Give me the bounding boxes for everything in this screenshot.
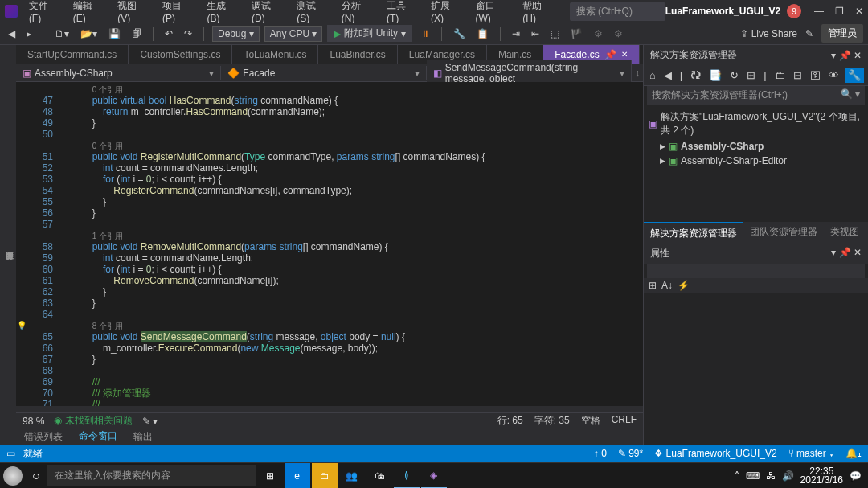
vs-icon[interactable]: ◈ (421, 463, 447, 489)
preview-icon[interactable]: 👁 (826, 68, 841, 83)
notification-badge[interactable]: 9 (787, 4, 801, 18)
tool-icon[interactable]: ⚙ (591, 27, 606, 41)
tray-chevron-icon[interactable]: ˄ (735, 470, 739, 482)
tab-command[interactable]: 命令窗口 (74, 428, 122, 445)
sync-icon[interactable]: 🗘 (688, 68, 703, 83)
tab-solution[interactable]: 解决方案资源管理器 (644, 222, 743, 244)
lint-dropdown[interactable]: ✎ ▾ (142, 416, 158, 427)
refresh-icon[interactable]: ↻ (727, 68, 741, 83)
feedback-icon[interactable]: ✎ (805, 28, 813, 39)
back-icon[interactable]: ◀ (5, 27, 18, 41)
spaces-indicator[interactable]: 空格 (581, 414, 600, 428)
dropdown-icon[interactable]: ▾ (831, 50, 836, 61)
live-share-button[interactable]: ⇪ Live Share (740, 28, 797, 39)
step-icon[interactable]: ⬚ (547, 27, 563, 41)
tool-icon[interactable]: 📑 (706, 68, 724, 83)
tool-icon[interactable]: 📋 (473, 27, 492, 41)
edge-icon[interactable]: e (285, 463, 310, 489)
system-tray[interactable]: ˄ ⌨ 🖧 🔊 22:35 2021/3/16 💬 (735, 467, 868, 485)
tool-icon[interactable]: ⊞ (744, 68, 758, 83)
bookmark-icon[interactable]: 🏴 (567, 27, 586, 41)
network-icon[interactable]: 🖧 (766, 470, 776, 482)
solution-explorer-title: 解决方案资源管理器 ▾ 📌 ✕ (644, 45, 868, 65)
collapse-icon[interactable]: ⊟ (791, 68, 805, 83)
save-icon[interactable]: 💾 (105, 27, 124, 41)
step-icon[interactable]: ⇤ (528, 27, 542, 41)
forward-icon[interactable]: ▸ (23, 27, 35, 41)
close-icon[interactable]: ✕ (855, 6, 863, 17)
document-tab[interactable]: CustomSettings.cs (129, 45, 232, 64)
dropdown-icon[interactable]: ▾ (831, 247, 836, 258)
ime-icon[interactable]: ⌨ (746, 470, 760, 482)
volume-icon[interactable]: 🔊 (782, 470, 794, 482)
step-icon[interactable]: ⇥ (509, 27, 523, 41)
categorize-icon[interactable]: ⊞ (649, 280, 657, 291)
notifications-icon[interactable]: 💬 (850, 470, 862, 482)
pin-icon[interactable]: 📌 (839, 50, 851, 61)
notifications-icon[interactable]: 🔔₁ (845, 448, 862, 459)
undo-icon[interactable]: ↶ (162, 27, 176, 41)
document-tab[interactable]: StartUpCommand.cs (16, 45, 129, 64)
contacts-icon[interactable]: 👥 (339, 463, 365, 489)
close-icon[interactable]: ✕ (854, 50, 862, 61)
solution-tree[interactable]: ▣解决方案"LuaFramework_UGUI_V2"(2 个项目, 共 2 个… (644, 105, 868, 222)
project-item[interactable]: ▶▣Assembly-CSharp (645, 139, 866, 154)
document-tab[interactable]: ToLuaMenu.cs (232, 45, 318, 64)
editor-area: StartUpCommand.csCustomSettings.csToLuaM… (16, 45, 643, 445)
solution-search[interactable]: 搜索解决方案资源管理器(Ctrl+;) 🔍 ▾ (647, 86, 865, 105)
global-search[interactable]: 搜索 (Ctrl+Q) (570, 2, 665, 21)
tab-output[interactable]: 输出 (129, 429, 158, 445)
properties-panel: 属性 ▾ 📌 ✕ ⊞ A↓ ⚡ (644, 244, 868, 445)
back-icon[interactable]: ◀ (661, 68, 674, 83)
solution-root[interactable]: ▣解决方案"LuaFramework_UGUI_V2"(2 个项目, 共 2 个… (645, 109, 866, 139)
splitter[interactable] (16, 406, 643, 412)
new-icon[interactable]: 🗋▾ (51, 27, 72, 41)
git-branch[interactable]: ⑂ master ▾ (788, 448, 834, 459)
encoding-indicator[interactable]: CRLF (612, 414, 637, 428)
store-icon[interactable]: 🛍 (366, 463, 392, 489)
output-icon[interactable]: ▭ (6, 448, 15, 459)
git-repo[interactable]: ❖ LuaFramework_UGUI_V2 (654, 448, 776, 459)
vscode-icon[interactable]: ≬ (394, 463, 420, 489)
explorer-icon[interactable]: 🗀 (312, 463, 338, 489)
task-view-icon[interactable]: ⊞ (257, 463, 283, 489)
code-editor[interactable]: 💡 47484950515253545556575859606162636465… (16, 82, 643, 406)
redo-icon[interactable]: ↷ (181, 27, 195, 41)
minimize-icon[interactable]: — (814, 6, 824, 17)
zoom-level[interactable]: 98 % (23, 416, 44, 427)
tool-icon[interactable]: 🔧 (450, 27, 469, 41)
right-panel-tabs: 解决方案资源管理器 团队资源管理器 类视图 (644, 222, 868, 244)
pause-icon[interactable]: ⏸ (417, 27, 433, 41)
config-dropdown[interactable]: Debug ▾ (212, 26, 260, 42)
clock-date[interactable]: 2021/3/16 (800, 476, 843, 485)
git-changes[interactable]: ✎ 99* (618, 448, 643, 459)
run-button[interactable]: ▶附加到 Unity ▾ (327, 25, 412, 42)
search-icon[interactable]: ○ (32, 469, 40, 483)
show-all-icon[interactable]: 🗀 (772, 68, 788, 83)
project-item[interactable]: ▶▣Assembly-CSharp-Editor (645, 154, 866, 168)
git-arrows[interactable]: ↑ 0 (594, 448, 607, 459)
tool-icon[interactable]: ⚙ (611, 27, 626, 41)
tab-class[interactable]: 类视图 (824, 222, 866, 244)
tab-team[interactable]: 团队资源管理器 (743, 222, 824, 244)
document-tab[interactable]: LuaBinder.cs (318, 45, 397, 64)
issues-icon[interactable]: ◉ 未找到相关问题 (54, 414, 132, 428)
start-button[interactable] (3, 466, 23, 486)
maximize-icon[interactable]: ❐ (835, 6, 844, 17)
properties-icon[interactable]: ⚿ (808, 68, 823, 83)
class-dropdown[interactable]: 🔶Facade▾ (221, 66, 426, 80)
open-icon[interactable]: 📂▾ (77, 27, 100, 41)
assembly-dropdown[interactable]: ▣Assembly-CSharp▾ (16, 66, 221, 80)
platform-dropdown[interactable]: Any CPU ▾ (264, 26, 323, 42)
sort-icon[interactable]: A↓ (661, 280, 673, 291)
split-icon[interactable]: ↕ (632, 68, 643, 79)
wrench-icon[interactable]: 🔧 (845, 68, 864, 83)
tab-errors[interactable]: 错误列表 (19, 429, 68, 445)
taskbar-search[interactable]: 在这里输入你要搜索的内容 (47, 465, 256, 486)
pin-icon[interactable]: 📌 (839, 247, 851, 258)
events-icon[interactable]: ⚡ (678, 280, 690, 291)
left-rail[interactable]: 服务器资源管理器 (0, 45, 16, 445)
save-all-icon[interactable]: 🗐 (129, 27, 145, 41)
home-icon[interactable]: ⌂ (647, 68, 658, 83)
close-icon[interactable]: ✕ (854, 247, 862, 258)
